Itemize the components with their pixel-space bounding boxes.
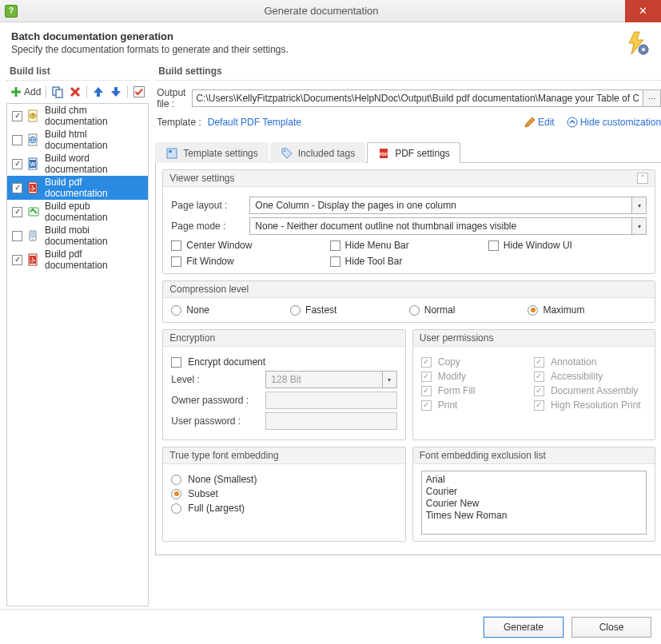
browse-output-button[interactable]: ⋯: [643, 89, 661, 107]
edit-template-button[interactable]: Edit: [524, 116, 555, 129]
close-button[interactable]: Close: [571, 617, 651, 638]
template-link[interactable]: Default PDF Template: [208, 117, 301, 128]
buildlist-item-epub[interactable]: Build epub documentation: [7, 200, 148, 224]
buildlist-item-chm[interactable]: ? Build chm documentation: [7, 104, 148, 128]
list-item[interactable]: Times New Roman: [426, 510, 642, 522]
checkbox-label: Hide Tool Bar: [345, 256, 403, 267]
buildlist-item-pdf[interactable]: Build pdf documentation: [7, 176, 148, 200]
svg-text:PDF: PDF: [380, 152, 388, 157]
perm-modify-checkbox: [421, 372, 432, 382]
perm-annotation-checkbox: [534, 357, 544, 368]
hide-window-ui-checkbox[interactable]: [488, 241, 499, 251]
button-label: Close: [599, 622, 624, 633]
ttf-none-radio[interactable]: [171, 475, 181, 485]
buildlist-checkbox[interactable]: [12, 207, 22, 217]
list-item[interactable]: Courier: [426, 486, 642, 498]
tags-icon: [281, 147, 293, 160]
compression-group: Compression level None Fastest Normal Ma…: [162, 280, 655, 323]
buildlist-item-label: Build epub documentation: [45, 201, 143, 223]
radio-label: Full (Largest): [188, 503, 245, 514]
buildlist-item-label: Build chm documentation: [45, 105, 143, 127]
check-all-button[interactable]: [133, 85, 145, 98]
permissions-group: User permissions Copy Modify Form Fill P…: [412, 329, 655, 440]
chevron-down-icon: ▾: [631, 218, 646, 234]
move-down-button[interactable]: [110, 85, 122, 98]
output-file-input[interactable]: C:\Users\KellyFitzpatrick\Documents\Help…: [192, 89, 643, 107]
encrypt-document-checkbox[interactable]: [171, 357, 181, 368]
delete-button[interactable]: [69, 85, 82, 98]
hide-tool-checkbox[interactable]: [330, 256, 340, 267]
buildlist-toolbar: Add: [6, 84, 149, 103]
hide-menu-checkbox[interactable]: [330, 241, 340, 251]
page-layout-select[interactable]: One Column - Display the pages in one co…: [249, 197, 647, 214]
center-window-checkbox[interactable]: [171, 241, 181, 251]
buildlist-item-html[interactable]: Build html documentation: [7, 128, 148, 152]
page-mode-select[interactable]: None - Neither document outline not thum…: [249, 217, 647, 235]
buildlist-checkbox[interactable]: [12, 135, 22, 145]
generate-button[interactable]: Generate: [484, 617, 563, 638]
buildlist-checkbox[interactable]: [12, 159, 22, 169]
buildlist-checkbox[interactable]: [12, 183, 22, 193]
enc-level-label: Level :: [171, 374, 259, 385]
enc-level-select: 128 Bit ▾: [265, 371, 396, 388]
group-title: Encryption: [169, 332, 215, 344]
svg-point-25: [32, 239, 34, 241]
pdf-icon: PDF: [377, 147, 390, 160]
tab-label: Template settings: [183, 148, 257, 159]
buildlist-item-word[interactable]: W Build word documentation: [7, 152, 148, 176]
group-title: True type font embedding: [169, 450, 278, 461]
tab-pdf-settings[interactable]: PDF PDF settings: [367, 142, 460, 163]
lightning-gear-icon: [624, 30, 650, 56]
pencil-icon: [524, 116, 536, 129]
mobi-icon: [27, 229, 40, 242]
buildlist-item-pdf-2[interactable]: Build pdf documentation: [7, 248, 148, 272]
compression-normal-radio[interactable]: [409, 305, 420, 316]
buildlist[interactable]: ? Build chm documentation Build html doc…: [6, 103, 149, 606]
group-title: Viewer settings: [169, 173, 234, 184]
move-up-button[interactable]: [92, 85, 105, 98]
pdf-icon: [27, 253, 40, 266]
buildlist-checkbox[interactable]: [12, 111, 22, 121]
dialog-header: Batch documentation generation Specify t…: [0, 22, 661, 64]
duplicate-button[interactable]: [51, 85, 64, 98]
ttf-full-radio[interactable]: [171, 503, 181, 514]
svg-point-31: [284, 150, 285, 152]
ttf-subset-radio[interactable]: [171, 489, 181, 499]
list-item[interactable]: Courier New: [426, 498, 642, 510]
dialog-footer: Generate Close: [0, 609, 661, 644]
list-item[interactable]: Arial: [426, 474, 642, 486]
checkbox-label: Annotation: [551, 356, 596, 368]
svg-rect-22: [29, 208, 38, 216]
hide-customization-button[interactable]: Hide customization: [566, 116, 661, 129]
radio-label: Maximum: [543, 304, 584, 316]
font-exclusion-listbox[interactable]: Arial Courier Courier New Times New Roma…: [421, 471, 647, 535]
svg-rect-29: [167, 149, 177, 158]
tab-template-settings[interactable]: Template settings: [155, 142, 268, 163]
duplicate-icon: [51, 85, 64, 98]
checkbox-label: Document Assembly: [551, 385, 638, 396]
add-button[interactable]: Add: [10, 85, 41, 98]
tab-included-tags[interactable]: Included tags: [270, 142, 365, 163]
checkbox-label: Encrypt document: [188, 356, 265, 368]
checkbox-label: High Resolution Print: [551, 400, 641, 411]
compression-fastest-radio[interactable]: [290, 305, 301, 316]
compression-none-radio[interactable]: [171, 305, 181, 316]
tab-label: PDF settings: [395, 148, 450, 159]
fit-window-checkbox[interactable]: [171, 256, 181, 267]
radio-label: Normal: [424, 304, 456, 316]
collapse-button[interactable]: ˄: [637, 173, 648, 184]
radio-label: Subset: [188, 488, 217, 499]
window-close-button[interactable]: ✕: [625, 0, 661, 22]
perm-highres-checkbox: [534, 400, 544, 411]
fontlist-group: Font embedding exclusion list Arial Cour…: [412, 447, 655, 542]
checkbox-label: Copy: [438, 356, 460, 368]
buildlist-checkbox[interactable]: [12, 255, 22, 265]
svg-rect-24: [30, 232, 35, 238]
buildlist-checkbox[interactable]: [12, 231, 22, 241]
html-icon: [27, 133, 40, 146]
header-subtitle: Specify the documentation formats to gen…: [11, 44, 624, 55]
checkbox-label: Hide Window UI: [504, 240, 572, 251]
buildlist-item-mobi[interactable]: Build mobi documentation: [7, 224, 148, 248]
template-label: Template :: [157, 117, 201, 128]
compression-maximum-radio[interactable]: [528, 305, 538, 316]
